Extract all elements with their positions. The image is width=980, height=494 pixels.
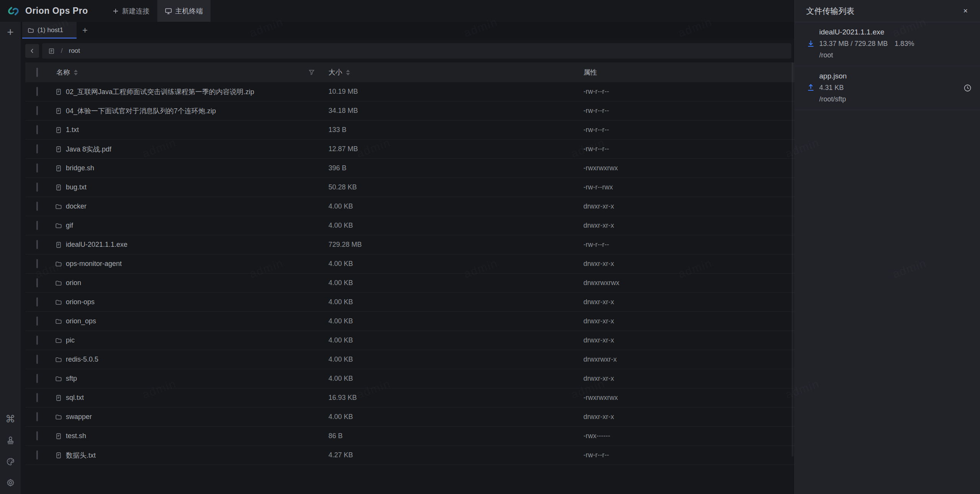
file-name[interactable]: ops-monitor-agent bbox=[66, 260, 122, 268]
close-icon[interactable]: × bbox=[960, 6, 971, 16]
gear-icon[interactable] bbox=[6, 478, 15, 487]
file-name[interactable]: orion_ops bbox=[66, 317, 96, 325]
transfer-item[interactable]: app.json 4.31 KB /root/sftp bbox=[795, 66, 980, 110]
file-name[interactable]: bug.txt bbox=[66, 183, 87, 191]
table-row[interactable]: 02_互联网Java工程师面试突击训练课程第一季的内容说明.zip 10.19 … bbox=[25, 82, 794, 101]
file-name[interactable]: swapper bbox=[66, 413, 92, 421]
row-checkbox[interactable] bbox=[36, 202, 38, 211]
table-row[interactable]: 数据头.txt 4.27 KB -rw-r--r-- bbox=[25, 446, 794, 465]
row-checkbox[interactable] bbox=[36, 355, 38, 364]
table-row[interactable]: redis-5.0.5 4.00 KB drwxrwxr-x bbox=[25, 350, 794, 369]
file-name[interactable]: redis-5.0.5 bbox=[66, 355, 98, 364]
transfer-item[interactable]: idealU-2021.1.1.exe 13.37 MB / 729.28 MB… bbox=[795, 22, 980, 66]
table-row[interactable]: bug.txt 50.28 KB -rw-r--rwx bbox=[25, 178, 794, 197]
table-row[interactable]: orion_ops 4.00 KB drwxr-xr-x bbox=[25, 312, 794, 331]
tab-host1[interactable]: (1) host1 bbox=[22, 22, 77, 39]
sidebar-add-button[interactable]: + bbox=[4, 26, 17, 39]
row-checkbox[interactable] bbox=[36, 259, 38, 268]
file-name[interactable]: docker bbox=[66, 202, 87, 210]
select-all-checkbox[interactable] bbox=[36, 68, 38, 77]
row-checkbox[interactable] bbox=[36, 125, 38, 134]
row-checkbox[interactable] bbox=[36, 336, 38, 345]
file-name[interactable]: orion bbox=[66, 279, 81, 287]
folder-icon bbox=[28, 27, 34, 34]
table-row[interactable]: bridge.sh 396 B -rwxrwxrwx bbox=[25, 159, 794, 178]
table-row[interactable]: swapper 4.00 KB drwxr-xr-x bbox=[25, 408, 794, 427]
table-row[interactable]: Java 8实战.pdf 12.87 MB -rw-r--r-- bbox=[25, 140, 794, 159]
back-button[interactable] bbox=[25, 44, 39, 58]
row-checkbox[interactable] bbox=[36, 183, 38, 192]
palette-icon[interactable] bbox=[6, 457, 15, 466]
stamp-icon[interactable] bbox=[6, 436, 15, 445]
file-icon bbox=[55, 127, 62, 134]
row-checkbox[interactable] bbox=[36, 450, 38, 460]
breadcrumb[interactable]: / root bbox=[42, 43, 791, 59]
row-checkbox[interactable] bbox=[36, 316, 38, 326]
table-row[interactable]: orion 4.00 KB drwxrwxrwx bbox=[25, 274, 794, 293]
breadcrumb-current[interactable]: root bbox=[69, 47, 80, 55]
file-name[interactable]: bridge.sh bbox=[66, 164, 94, 172]
table-row[interactable]: test.sh 86 B -rwx------ bbox=[25, 427, 794, 446]
file-name[interactable]: gif bbox=[66, 222, 73, 230]
row-checkbox[interactable] bbox=[36, 221, 38, 230]
row-checkbox[interactable] bbox=[36, 297, 38, 307]
row-checkbox[interactable] bbox=[36, 144, 38, 153]
table-row[interactable]: orion-ops 4.00 KB drwxr-xr-x bbox=[25, 293, 794, 312]
row-checkbox[interactable] bbox=[36, 106, 38, 115]
row-checkbox[interactable] bbox=[36, 431, 38, 440]
folder-icon bbox=[55, 337, 62, 344]
row-checkbox[interactable] bbox=[36, 278, 38, 287]
file-name[interactable]: orion-ops bbox=[66, 298, 95, 306]
row-checkbox[interactable] bbox=[36, 240, 38, 249]
table-row[interactable]: pic 4.00 KB drwxr-xr-x bbox=[25, 331, 794, 350]
file-name[interactable]: 04_体验一下面试官对于消息队列的7个连环炮.zip bbox=[66, 106, 216, 116]
row-checkbox[interactable] bbox=[36, 163, 38, 173]
table-scrollbar[interactable] bbox=[792, 62, 794, 457]
row-checkbox[interactable] bbox=[36, 412, 38, 421]
file-name[interactable]: 1.txt bbox=[66, 126, 79, 134]
table-row[interactable]: docker 4.00 KB drwxr-xr-x bbox=[25, 197, 794, 216]
sort-icon[interactable] bbox=[74, 70, 78, 75]
column-header-size[interactable]: 大小 bbox=[328, 68, 342, 77]
table-row[interactable]: 1.txt 133 B -rw-r--r-- bbox=[25, 121, 794, 140]
filter-icon[interactable] bbox=[309, 69, 315, 75]
table-row[interactable]: sftp 4.00 KB drwxr-xr-x bbox=[25, 369, 794, 388]
folder-icon bbox=[55, 299, 62, 306]
app-window: Orion Ops Pro 新建连接 主机终端 + ⌘ bbox=[0, 0, 980, 494]
file-name[interactable]: 02_互联网Java工程师面试突击训练课程第一季的内容说明.zip bbox=[66, 87, 254, 96]
file-permissions: -rwxrwxrwx bbox=[583, 164, 794, 172]
table-row[interactable]: gif 4.00 KB drwxr-xr-x bbox=[25, 216, 794, 235]
row-checkbox[interactable] bbox=[36, 374, 38, 383]
sort-icon[interactable] bbox=[346, 70, 350, 75]
menu-item-new-connection[interactable]: 新建连接 bbox=[105, 0, 157, 22]
file-name[interactable]: idealU-2021.1.1.exe bbox=[66, 241, 127, 249]
menu-item-host-terminal[interactable]: 主机终端 bbox=[157, 0, 211, 22]
new-tab-button[interactable]: + bbox=[77, 22, 93, 39]
row-checkbox[interactable] bbox=[36, 393, 38, 402]
list-icon bbox=[48, 48, 55, 54]
file-icon bbox=[55, 88, 62, 95]
file-name[interactable]: 数据头.txt bbox=[66, 451, 96, 460]
transfer-percent: 1.83% bbox=[895, 39, 914, 48]
table-row[interactable]: ops-monitor-agent 4.00 KB drwxr-xr-x bbox=[25, 254, 794, 274]
file-name[interactable]: Java 8实战.pdf bbox=[66, 145, 111, 154]
table-row[interactable]: 04_体验一下面试官对于消息队列的7个连环炮.zip 34.18 MB -rw-… bbox=[25, 101, 794, 121]
file-size: 50.28 KB bbox=[328, 183, 583, 191]
column-header-name[interactable]: 名称 bbox=[56, 68, 70, 77]
download-icon bbox=[806, 39, 816, 48]
file-permissions: drwxrwxrwx bbox=[583, 279, 794, 287]
transfer-panel: 文件传输列表 × idealU-2021.1.1.exe 13.37 MB / … bbox=[794, 0, 980, 494]
command-icon[interactable]: ⌘ bbox=[5, 414, 15, 424]
table-row[interactable]: idealU-2021.1.1.exe 729.28 MB -rw-r--r-- bbox=[25, 235, 794, 254]
file-name[interactable]: test.sh bbox=[66, 432, 86, 440]
row-checkbox[interactable] bbox=[36, 87, 38, 96]
file-permissions: drwxr-xr-x bbox=[583, 413, 794, 421]
file-name[interactable]: pic bbox=[66, 336, 75, 344]
table-row[interactable]: sql.txt 16.93 KB -rwxrwxrwx bbox=[25, 388, 794, 408]
file-size: 4.00 KB bbox=[328, 202, 583, 210]
file-permissions: -rw-r--r-- bbox=[583, 126, 794, 134]
file-name[interactable]: sql.txt bbox=[66, 394, 84, 402]
file-name[interactable]: sftp bbox=[66, 375, 77, 383]
file-size: 4.00 KB bbox=[328, 336, 583, 344]
file-permissions: -rw-r--r-- bbox=[583, 88, 794, 96]
